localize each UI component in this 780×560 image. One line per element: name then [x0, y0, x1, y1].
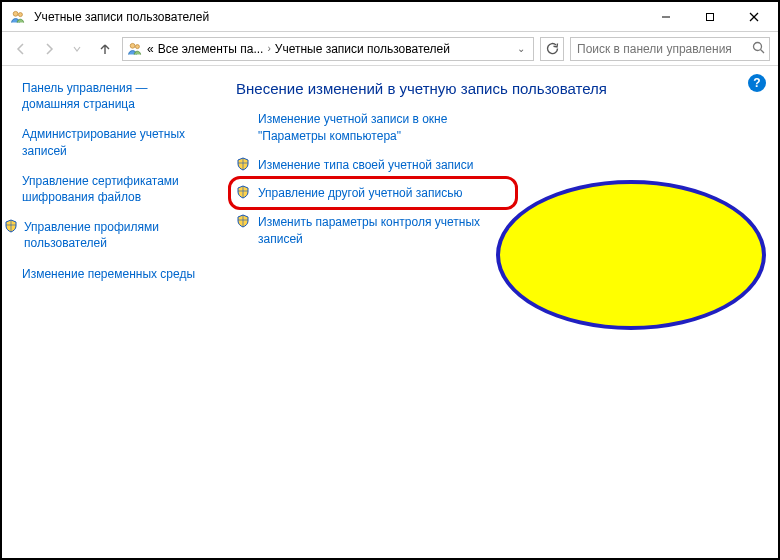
svg-rect-3 — [707, 13, 714, 20]
shield-icon — [236, 157, 250, 171]
sidebar-item-label: Изменение переменных среды — [22, 266, 202, 282]
link-label: Управление другой учетной записью — [258, 185, 462, 202]
sidebar: Панель управления — домашняя страница Ад… — [2, 66, 212, 558]
shield-icon — [236, 214, 250, 228]
breadcrumb-icon — [127, 41, 143, 57]
search-icon[interactable] — [752, 41, 765, 57]
link-change-account-type[interactable]: Изменение типа своей учетной записи — [236, 157, 754, 174]
svg-point-8 — [754, 42, 762, 50]
sidebar-item-env-vars[interactable]: Изменение переменных среды — [22, 266, 202, 282]
breadcrumb[interactable]: « Все элементы па... › Учетные записи по… — [122, 37, 534, 61]
maximize-button[interactable] — [688, 3, 732, 31]
sidebar-item-profiles[interactable]: Управление профилями пользователей — [22, 219, 202, 251]
sidebar-item-label: Управление сертификатами шифрования файл… — [22, 173, 202, 205]
body-area: Панель управления — домашняя страница Ад… — [2, 66, 778, 558]
breadcrumb-root-chevron[interactable]: « — [147, 42, 154, 56]
svg-line-9 — [761, 49, 765, 53]
svg-point-7 — [135, 44, 139, 48]
sidebar-item-label: Панель управления — домашняя страница — [22, 80, 202, 112]
titlebar: Учетные записи пользователей — [2, 2, 778, 32]
page-heading: Внесение изменений в учетную запись поль… — [236, 80, 754, 97]
chevron-right-icon: › — [267, 43, 270, 54]
breadcrumb-dropdown[interactable]: ⌄ — [513, 43, 529, 54]
svg-point-6 — [130, 43, 135, 48]
refresh-button[interactable] — [540, 37, 564, 61]
close-button[interactable] — [732, 3, 776, 31]
svg-point-1 — [18, 12, 22, 16]
breadcrumb-item[interactable]: Учетные записи пользователей — [275, 42, 450, 56]
shield-icon — [236, 185, 250, 199]
user-accounts-icon — [10, 9, 26, 25]
sidebar-item-efs-certs[interactable]: Управление сертификатами шифрования файл… — [22, 173, 202, 205]
link-label: Изменение учетной записи в окне "Парамет… — [258, 111, 518, 145]
window-controls — [644, 3, 776, 31]
link-label: Изменение типа своей учетной записи — [258, 157, 473, 174]
window-title: Учетные записи пользователей — [34, 10, 644, 24]
svg-point-0 — [13, 11, 18, 16]
minimize-button[interactable] — [644, 3, 688, 31]
link-label: Изменить параметры контроля учетных запи… — [258, 214, 518, 248]
search-box[interactable] — [570, 37, 770, 61]
shield-icon — [4, 219, 18, 233]
nav-row: « Все элементы па... › Учетные записи по… — [2, 32, 778, 66]
history-dropdown[interactable] — [66, 38, 88, 60]
link-change-account-pc-settings[interactable]: Изменение учетной записи в окне "Парамет… — [236, 111, 754, 145]
sidebar-item-label: Управление профилями пользователей — [24, 219, 202, 251]
forward-button[interactable] — [38, 38, 60, 60]
sidebar-item-home[interactable]: Панель управления — домашняя страница — [22, 80, 202, 112]
sidebar-item-admin-accounts[interactable]: Администрирование учетных записей — [22, 126, 202, 158]
up-button[interactable] — [94, 38, 116, 60]
sidebar-item-label: Администрирование учетных записей — [22, 126, 202, 158]
search-input[interactable] — [575, 41, 748, 57]
annotation-ellipse — [496, 180, 766, 330]
back-button[interactable] — [10, 38, 32, 60]
breadcrumb-item[interactable]: Все элементы па... — [158, 42, 264, 56]
